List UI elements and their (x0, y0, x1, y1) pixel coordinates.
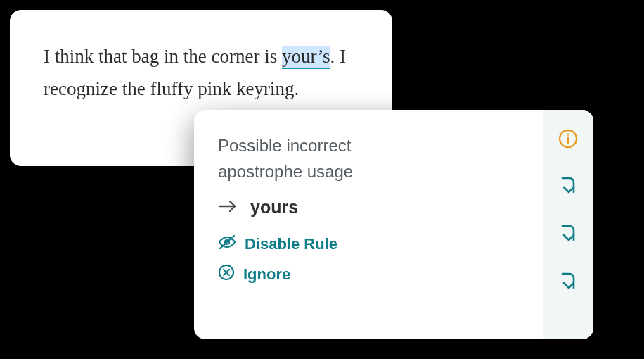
suggestion-popover: Possible incorrect apostrophe usage your… (194, 110, 593, 339)
next-issue-button-1[interactable] (555, 175, 581, 201)
info-button[interactable] (555, 127, 581, 153)
popover-side-rail (543, 110, 593, 339)
suggestion-title: Possible incorrect apostrophe usage (218, 132, 429, 184)
ignore-button[interactable]: Ignore (218, 264, 522, 285)
close-circle-icon (218, 264, 235, 285)
arrow-down-right-icon (558, 175, 578, 201)
apply-suggestion-button[interactable]: yours (218, 197, 522, 218)
next-issue-button-2[interactable] (555, 222, 581, 249)
info-icon (558, 128, 579, 152)
flagged-word[interactable]: your’s (282, 46, 330, 69)
document-text-before: I think that bag in the corner is (44, 46, 282, 67)
disable-rule-button[interactable]: Disable Rule (218, 234, 522, 254)
eye-off-icon (218, 234, 236, 254)
disable-rule-label: Disable Rule (245, 235, 337, 253)
next-issue-button-3[interactable] (555, 270, 581, 297)
arrow-right-icon (218, 197, 238, 218)
arrow-down-right-icon (558, 223, 578, 248)
suggestion-popover-body: Possible incorrect apostrophe usage your… (194, 110, 543, 339)
suggestion-word: yours (250, 197, 298, 218)
ignore-label: Ignore (243, 265, 290, 284)
svg-point-8 (568, 134, 569, 135)
arrow-down-right-icon (558, 271, 578, 296)
